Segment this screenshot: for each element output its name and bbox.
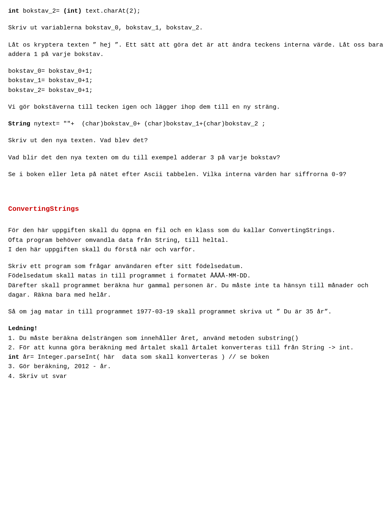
code-line-8: bokstav_1= bokstav_0+1; xyxy=(8,76,384,85)
code-line-15: Skriv ut den nya texten. Vad blev det? xyxy=(8,136,384,145)
code-line-19: Se i boken eller leta på nätet efter Asc… xyxy=(8,170,384,179)
code-line-34: 2. För att kunna göra beräkning med årta… xyxy=(8,343,384,353)
page-content: int bokstav_2= (int) text.charAt(2); Skr… xyxy=(8,7,384,381)
spacer-11 xyxy=(8,300,384,307)
code-line-35: int år= Integer.parseInt( här data som s… xyxy=(8,353,384,362)
keyword-int-1: int xyxy=(8,8,19,15)
code-line-30: Så om jag matar in till programmet 1977-… xyxy=(8,307,384,317)
spacer-12 xyxy=(8,317,384,324)
spacer-10 xyxy=(8,255,384,262)
spacer-3 xyxy=(8,59,384,67)
keyword-string: String xyxy=(8,121,30,127)
code-line-23: Ofta program behöver omvandla data från … xyxy=(8,236,384,245)
code-line-28: Därefter skall programmet beräkna hur ga… xyxy=(8,281,384,300)
code-line-5: Låt os kryptera texten ” hej ”. Ett sätt… xyxy=(8,40,384,60)
code-line-27: Födelsedatum skall matas in till program… xyxy=(8,271,384,281)
spacer-2 xyxy=(8,33,384,40)
keyword-int-cast: (int) xyxy=(63,8,82,15)
spacer-9 xyxy=(8,219,384,226)
spacer-8 xyxy=(8,163,384,170)
code-line-22: För den här uppgiften skall du öppna en … xyxy=(8,226,384,235)
spacer-6 xyxy=(8,129,384,136)
section-heading-converting-strings: ConvertingStrings xyxy=(8,204,384,215)
keyword-int-2: int xyxy=(8,354,19,361)
spacer-1 xyxy=(8,16,384,23)
code-line-7: bokstav_0= bokstav_0+1; xyxy=(8,67,384,76)
code-line-3: Skriv ut variablerna bokstav_0, bokstav_… xyxy=(8,23,384,33)
code-line-1: int bokstav_2= (int) text.charAt(2); xyxy=(8,7,384,16)
code-line-37: 4. Skriv ut svar xyxy=(8,372,384,381)
code-line-33: 1. Du måste beräkna delsträngen som inne… xyxy=(8,334,384,343)
code-line-ledning: Ledning! xyxy=(8,324,384,333)
code-line-36: 3. Gör beräkning, 2012 - år. xyxy=(8,362,384,371)
code-line-11: Vi gör bokstäverna till tecken igen och … xyxy=(8,103,384,112)
code-line-24: I den här uppgiften skall du förstå när … xyxy=(8,245,384,255)
spacer-4 xyxy=(8,95,384,103)
spacer-7 xyxy=(8,146,384,153)
code-line-9: bokstav_2= bokstav_0+1; xyxy=(8,86,384,95)
code-line-17: Vad blir det den nya texten om du till e… xyxy=(8,153,384,163)
ledning-label: Ledning! xyxy=(8,325,38,332)
spacer-5 xyxy=(8,112,384,119)
code-line-26: Skriv ett program som frågar användaren … xyxy=(8,262,384,271)
code-line-13: String nytext= ""+ (char)bokstav_0+ (cha… xyxy=(8,119,384,129)
spacer-large xyxy=(8,179,384,192)
